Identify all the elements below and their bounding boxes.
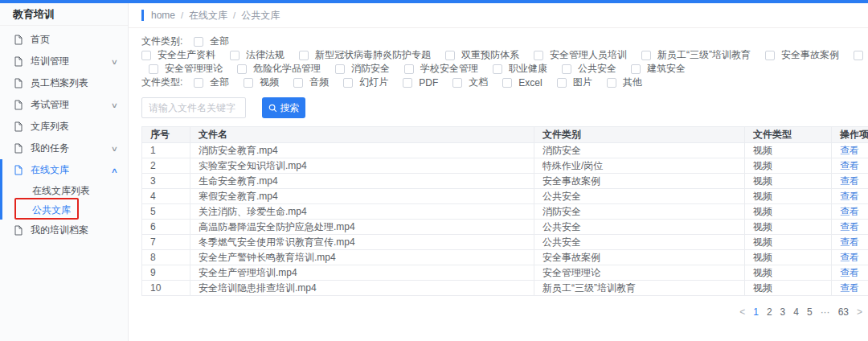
category-checkbox-item[interactable]: 危险化学品管理 — [237, 62, 321, 76]
category-checkbox-item[interactable]: 安全事故案例 — [765, 48, 839, 62]
file-type-checkbox-item[interactable]: 文档 — [452, 76, 488, 89]
view-link[interactable]: 查看 — [840, 236, 859, 248]
breadcrumb-item[interactable]: 公共文库 — [241, 9, 280, 23]
checkbox-icon[interactable] — [562, 64, 571, 74]
cell-no: 2 — [142, 158, 190, 174]
pagination-prev-button[interactable]: < — [739, 306, 745, 318]
sidebar-item-training-management[interactable]: 培训管理∨ — [0, 51, 128, 72]
checkbox-icon[interactable] — [194, 78, 203, 88]
cell-no: 1 — [142, 143, 190, 158]
checkbox-icon[interactable] — [607, 78, 616, 88]
checkbox-icon[interactable] — [194, 37, 203, 47]
category-checkbox-item[interactable]: 安全管理理论 — [149, 62, 223, 76]
pagination-next-button[interactable]: > — [857, 306, 862, 318]
pagination-page-2[interactable]: 2 — [767, 306, 772, 318]
sidebar-item-public-library[interactable]: 公共文库 — [0, 200, 128, 220]
cell-category: 公共安全 — [534, 220, 745, 235]
table-column-header: 文件类型 — [745, 127, 832, 143]
sidebar-item-my-tasks[interactable]: 我的任务∨ — [0, 138, 128, 159]
checkbox-icon[interactable] — [149, 64, 158, 74]
file-type-checkbox-item[interactable]: 幻灯片 — [343, 76, 388, 89]
checkbox-icon[interactable] — [641, 51, 651, 60]
file-type-checkbox-item[interactable]: 视频 — [244, 76, 279, 89]
file-type-checkbox-item[interactable]: PDF — [403, 77, 438, 88]
view-link[interactable]: 查看 — [840, 267, 859, 278]
checkbox-icon[interactable] — [854, 51, 863, 60]
view-link[interactable]: 查看 — [840, 191, 859, 202]
category-checkbox-item[interactable]: 新型冠状病毒肺炎防护专题 — [299, 48, 431, 62]
checkbox-icon[interactable] — [493, 64, 502, 74]
file-type-checkbox-item[interactable]: 音频 — [293, 76, 329, 89]
table-row: 4寒假安全教育.mp4公共安全视频查看 — [142, 189, 868, 204]
search-button[interactable]: 搜索 — [262, 97, 305, 118]
cell-category: 安全事故案例 — [534, 250, 745, 265]
breadcrumb-item[interactable]: 在线文库 — [189, 9, 227, 23]
breadcrumb-item[interactable]: home — [151, 10, 175, 21]
checkbox-icon[interactable] — [141, 51, 151, 60]
pagination-page-5[interactable]: 5 — [807, 306, 813, 318]
checkbox-icon[interactable] — [557, 78, 567, 88]
category-checkbox-item[interactable]: 公共安全 — [562, 62, 616, 76]
checkbox-icon[interactable] — [534, 51, 543, 60]
category-checkbox-item[interactable]: 安全生产资料 — [141, 48, 215, 62]
checkbox-icon[interactable] — [452, 78, 462, 88]
pagination-page-3[interactable]: 3 — [780, 306, 786, 318]
checkbox-icon[interactable] — [403, 78, 412, 88]
category-checkbox-row-2: 安全管理理论危险化学品管理消防安全学校安全管理职业健康公共安全建筑安全 — [141, 62, 868, 76]
category-checkbox-item[interactable]: 学校安全管理 — [404, 62, 478, 76]
document-icon — [14, 56, 23, 67]
category-checkbox-item[interactable]: 建筑安全 — [631, 62, 686, 76]
view-link[interactable]: 查看 — [840, 252, 859, 263]
view-link[interactable]: 查看 — [840, 160, 859, 171]
sidebar-item-online-library-list[interactable]: 在线文库列表 — [0, 181, 128, 200]
checkbox-label: 幻灯片 — [359, 76, 388, 89]
category-checkbox-item[interactable]: 新员工“三级”培训教育 — [641, 48, 751, 62]
checkbox-icon[interactable] — [502, 78, 512, 88]
sidebar-item-exam-management[interactable]: 考试管理∨ — [0, 94, 128, 116]
search-input[interactable] — [141, 97, 246, 118]
file-type-checkbox-item[interactable]: 图片 — [557, 76, 592, 89]
view-link[interactable]: 查看 — [840, 145, 859, 156]
checkbox-icon[interactable] — [299, 51, 309, 60]
category-checkbox-item[interactable]: 职业健康 — [493, 62, 547, 76]
checkbox-icon[interactable] — [765, 51, 775, 60]
checkbox-icon[interactable] — [293, 78, 303, 88]
checkbox-icon[interactable] — [631, 64, 641, 74]
checkbox-label: 全部 — [210, 76, 229, 89]
checkbox-icon[interactable] — [404, 64, 414, 74]
pagination-page-1[interactable]: 1 — [753, 306, 759, 318]
checkbox-label: 法律法规 — [246, 48, 285, 62]
category-checkbox-item[interactable]: 法律法规 — [230, 48, 285, 62]
view-link[interactable]: 查看 — [840, 282, 859, 294]
category-checkbox-item[interactable]: 安全管理人员培训 — [534, 48, 627, 62]
view-link[interactable]: 查看 — [840, 175, 859, 187]
sidebar-item-my-training-archive[interactable]: 我的培训档案 — [0, 220, 128, 241]
sidebar-item-home[interactable]: 首页 — [0, 29, 128, 51]
cell-category: 消防安全 — [534, 204, 745, 220]
breadcrumb-separator: / — [233, 10, 235, 20]
file-type-checkbox-item[interactable]: Excel — [502, 77, 542, 88]
pagination-page-63[interactable]: 63 — [838, 306, 849, 318]
sidebar-item-employee-archive-list[interactable]: 员工档案列表 — [0, 72, 128, 94]
checkbox-label: 危险化学品管理 — [253, 62, 321, 76]
checkbox-icon[interactable] — [237, 64, 247, 74]
checkbox-icon[interactable] — [230, 51, 240, 60]
search-icon — [268, 104, 277, 113]
cell-filename: 关注消防、珍爱生命.mp4 — [190, 204, 534, 220]
checkbox-icon[interactable] — [335, 64, 345, 74]
checkbox-icon[interactable] — [244, 78, 253, 88]
pagination-page-4[interactable]: 4 — [793, 306, 799, 318]
view-link[interactable]: 查看 — [840, 221, 859, 232]
category-checkbox-item[interactable]: 消防安全 — [335, 62, 390, 76]
category-checkbox-item[interactable]: 特殊作业/岗位 — [854, 48, 868, 62]
category-checkbox-item[interactable]: 双重预防体系 — [445, 48, 519, 62]
file-type-checkbox-item[interactable]: 其他 — [607, 76, 642, 89]
breadcrumb-separator: / — [181, 10, 183, 20]
sidebar-item-library-list[interactable]: 文库列表 — [0, 116, 128, 138]
view-link[interactable]: 查看 — [840, 206, 859, 217]
file-type-checkbox-item[interactable]: 全部 — [194, 76, 229, 89]
category-all-checkbox-item[interactable]: 全部 — [194, 35, 229, 48]
sidebar-item-online-library[interactable]: 在线文库∧ — [0, 159, 128, 181]
checkbox-icon[interactable] — [343, 78, 353, 88]
checkbox-icon[interactable] — [445, 51, 455, 60]
